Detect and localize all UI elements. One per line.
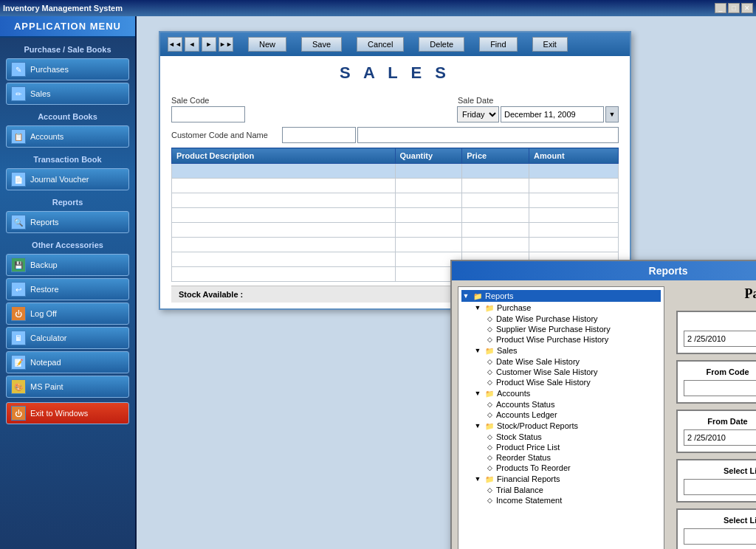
tree-products-reorder[interactable]: ◇ Products To Reorder xyxy=(485,463,661,473)
tree-date-wise-purchase[interactable]: ◇ Date Wise Purchase History xyxy=(485,314,661,324)
doc-icon: ◇ xyxy=(485,497,494,504)
tree-stock[interactable]: ▼ 📁 Stock/Product Reports xyxy=(473,420,661,432)
col-description: Product Description xyxy=(172,148,396,164)
sidebar: APPLICATION MENU Purchase / Sale Books ✎… xyxy=(0,16,137,549)
doc-icon: ◇ xyxy=(485,325,494,333)
tree-purchase-label: Purchase xyxy=(497,303,531,312)
find-button[interactable]: Find xyxy=(479,37,517,52)
cell-quantity[interactable] xyxy=(395,164,462,179)
sidebar-item-purchases[interactable]: ✎ Purchases xyxy=(6,58,129,80)
reports-label: Reports xyxy=(30,218,59,227)
sidebar-item-mspaint[interactable]: 🎨 MS Paint xyxy=(6,376,129,398)
tree-purchase[interactable]: ▼ 📁 Purchase xyxy=(473,302,661,314)
new-button[interactable]: New xyxy=(248,37,286,52)
stock-label: Stock Available : xyxy=(179,290,243,299)
tree-reorder[interactable]: ◇ Reorder Status xyxy=(485,452,661,463)
delete-button[interactable]: Delete xyxy=(419,37,464,52)
doc-icon: ◇ xyxy=(485,379,494,386)
exit-label: Exit to Windows xyxy=(30,409,88,418)
table-row[interactable] xyxy=(172,164,619,179)
date-spin-input: ▲ ▼ xyxy=(684,331,756,347)
sidebar-item-backup[interactable]: 💾 Backup xyxy=(6,254,129,276)
sidebar-item-calculator[interactable]: 🖩 Calculator xyxy=(6,327,129,349)
expand-icon: ▼ xyxy=(473,390,482,397)
sidebar-item-restore[interactable]: ↩ Restore xyxy=(6,278,129,300)
customer-code-input[interactable] xyxy=(282,127,356,143)
nav-first-button[interactable]: ◄◄ xyxy=(168,37,182,52)
mspaint-label: MS Paint xyxy=(30,382,63,391)
sidebar-item-sales[interactable]: ✏ Sales xyxy=(6,83,129,105)
tree-stock-status[interactable]: ◇ Stock Status xyxy=(485,432,661,442)
minimize-button[interactable]: _ xyxy=(715,3,726,13)
window-controls[interactable]: _ □ ✕ xyxy=(715,3,753,13)
tree-date-wise-sale[interactable]: ◇ Date Wise Sale History xyxy=(485,356,661,367)
sidebar-item-exit[interactable]: ⏻ Exit to Windows xyxy=(6,402,129,424)
close-button[interactable]: ✕ xyxy=(741,3,753,13)
sidebar-item-logoff[interactable]: ⏻ Log Off xyxy=(6,303,129,325)
tree-root[interactable]: ▼ 📁 Reports xyxy=(461,290,661,302)
day-select[interactable]: Friday xyxy=(457,106,499,122)
logoff-icon: ⏻ xyxy=(11,306,26,321)
tree-sales[interactable]: ▼ 📁 Sales xyxy=(473,345,661,356)
sale-code-input[interactable] xyxy=(171,106,245,122)
from-date-input[interactable] xyxy=(684,429,756,446)
tree-trial-balance[interactable]: ◇ Trial Balance xyxy=(485,485,661,495)
from-date-title: From Date xyxy=(684,417,756,426)
date-picker-button[interactable]: ▼ xyxy=(605,106,619,122)
sidebar-item-journal[interactable]: 📄 Journal Voucher xyxy=(6,168,129,190)
journal-label: Journal Voucher xyxy=(30,175,89,184)
reports-sidebar-icon: 🔍 xyxy=(11,215,26,229)
nav-next-button[interactable]: ► xyxy=(202,37,216,52)
label: Accounts Ledger xyxy=(496,410,557,419)
select-list2-input[interactable] xyxy=(684,528,756,545)
tree-product-wise-purchase[interactable]: ◇ Product Wise Purchase History xyxy=(485,334,661,345)
cell-price[interactable] xyxy=(462,164,529,179)
table-row[interactable] xyxy=(172,223,619,238)
sidebar-item-reports[interactable]: 🔍 Reports xyxy=(6,211,129,233)
maximize-button[interactable]: □ xyxy=(728,3,740,13)
doc-icon: ◇ xyxy=(485,486,494,494)
date-input[interactable] xyxy=(501,106,604,122)
expand-icon: ▼ xyxy=(461,292,470,300)
expand-icon: ▼ xyxy=(473,475,482,483)
from-code-title: From Code xyxy=(684,367,756,376)
tree-supplier-wise-purchase[interactable]: ◇ Supplier Wise Purchase History xyxy=(485,324,661,334)
sidebar-item-accounts[interactable]: 📋 Accounts xyxy=(6,125,129,148)
label: Income Statement xyxy=(496,496,562,505)
cell-amount[interactable] xyxy=(529,164,619,179)
sale-date-field: Friday ▼ xyxy=(457,106,619,122)
table-row[interactable] xyxy=(172,238,619,252)
tree-accounts-ledger[interactable]: ◇ Accounts Ledger xyxy=(485,410,661,420)
accounts-children: ◇ Accounts Status ◇ Accounts Ledger xyxy=(485,399,661,420)
tree-accounts-status[interactable]: ◇ Accounts Status xyxy=(485,399,661,410)
tree-financial[interactable]: ▼ 📁 Financial Reports xyxy=(473,473,661,485)
tree-accounts[interactable]: ▼ 📁 Accounts xyxy=(473,387,661,399)
doc-icon: ◇ xyxy=(485,454,494,461)
tree-product-wise-sale[interactable]: ◇ Product Wise Sale History xyxy=(485,377,661,387)
tree-income-statement[interactable]: ◇ Income Statement xyxy=(485,495,661,505)
sidebar-item-notepad[interactable]: 📝 Notepad xyxy=(6,351,129,373)
save-button[interactable]: Save xyxy=(301,37,342,52)
nav-last-button[interactable]: ►► xyxy=(219,37,233,52)
nav-prev-button[interactable]: ◄ xyxy=(185,37,199,52)
tree-customer-wise-sale[interactable]: ◇ Customer Wise Sale History xyxy=(485,367,661,377)
table-row[interactable] xyxy=(172,208,619,223)
tree-product-price[interactable]: ◇ Product Price List xyxy=(485,442,661,452)
params-title: Parameters xyxy=(676,286,756,302)
cell-description[interactable] xyxy=(172,164,396,179)
expand-icon: ▼ xyxy=(473,347,482,354)
label: Product Wise Purchase History xyxy=(496,335,608,344)
exit-form-button[interactable]: Exit xyxy=(532,37,568,52)
cancel-button[interactable]: Cancel xyxy=(357,37,404,52)
col-amount: Amount xyxy=(529,148,619,164)
from-code-input[interactable] xyxy=(684,380,756,396)
doc-icon: ◇ xyxy=(485,433,494,441)
select-list1-input[interactable] xyxy=(684,479,756,495)
table-row[interactable] xyxy=(172,193,619,208)
doc-icon: ◇ xyxy=(485,401,494,408)
table-row[interactable] xyxy=(172,179,619,193)
stock-children: ◇ Stock Status ◇ Product Price List ◇ Re… xyxy=(485,432,661,473)
calculator-label: Calculator xyxy=(30,334,67,342)
customer-name-input[interactable] xyxy=(357,127,619,143)
date-field[interactable] xyxy=(684,331,756,347)
